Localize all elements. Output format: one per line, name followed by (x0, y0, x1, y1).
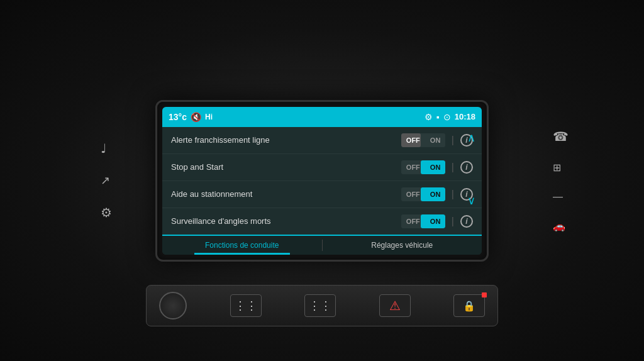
seat-heat-rear-button[interactable]: ⋮⋮ (304, 294, 336, 317)
toggle-4[interactable]: OFF ON (401, 214, 445, 228)
divider-2: | (452, 162, 454, 173)
left-panel: ♩ ↗ ⚙ (101, 141, 112, 220)
bottom-tabs: Fonctions de conduite Réglages véhicule (162, 235, 482, 255)
seat-heat-front-button[interactable]: ⋮⋮ (230, 294, 262, 317)
hazard-button[interactable]: ⚠ (379, 294, 411, 317)
screen: 13°c 🔇 Hi ⚙ ▪ ⊙ 10:18 ∧ ∨ (162, 107, 482, 255)
tab-reglages-vehicule[interactable]: Réglages véhicule (323, 236, 482, 255)
scroll-down-button[interactable]: ∨ (467, 195, 475, 206)
hazard-icon: ⚠ (389, 298, 401, 313)
row-label-3: Aide au stationnement (171, 189, 401, 199)
grid-icon[interactable]: ⊞ (553, 162, 569, 174)
phone-icon[interactable]: ☎ (553, 129, 569, 144)
bottom-physical-panel: ⋮⋮ ⋮⋮ ⚠ 🔒 (146, 285, 498, 326)
table-row: Surveillance d'angles morts OFF ON | i (162, 208, 482, 235)
lock-indicator (482, 292, 487, 297)
toggle-group-2: OFF ON | i (401, 160, 473, 174)
clock-icon: ⊙ (443, 112, 451, 122)
seat-heat-rear-icon: ⋮⋮ (309, 299, 331, 313)
toggle-off-label-3[interactable]: OFF (401, 189, 425, 200)
divider-3: | (452, 189, 454, 200)
right-panel: ☎ ⊞ — 🚗 (553, 129, 569, 232)
settings-icon[interactable]: ⚙ (101, 205, 112, 220)
dial-knob[interactable] (159, 292, 187, 319)
navigation-icon[interactable]: ↗ (101, 174, 112, 187)
toggle-on-label-1[interactable]: ON (425, 135, 445, 146)
seat-heat-front-icon: ⋮⋮ (235, 299, 257, 313)
toggle-1[interactable]: OFF ON (401, 133, 445, 147)
lock-button[interactable]: 🔒 (453, 294, 485, 317)
tab-label-1: Fonctions de conduite (205, 241, 279, 250)
table-row: Aide au stationnement OFF ON | i (162, 181, 482, 208)
gear-icon[interactable]: ⚙ (425, 112, 433, 122)
toggle-on-label-2[interactable]: ON (425, 162, 445, 173)
settings-area: ∧ ∨ Alerte franchissement ligne OFF ON |… (162, 127, 482, 235)
minus-icon[interactable]: — (553, 191, 569, 203)
toggle-group-1: OFF ON | i (401, 133, 473, 147)
tab-label-2: Réglages véhicule (371, 241, 433, 250)
table-row: Stop and Start OFF ON | i (162, 154, 482, 181)
lock-icon: 🔒 (463, 300, 475, 312)
status-right: ⚙ ▪ ⊙ 10:18 (425, 112, 475, 122)
toggle-off-label-1[interactable]: OFF (401, 135, 425, 146)
row-label-4: Surveillance d'angles morts (171, 216, 401, 226)
row-label-1: Alerte franchissement ligne (171, 135, 401, 145)
info-button-4[interactable]: i (460, 215, 473, 228)
mute-icon: 🔇 (191, 112, 201, 122)
toggle-on-label-3[interactable]: ON (425, 189, 445, 200)
divider-4: | (452, 216, 454, 227)
status-bar: 13°c 🔇 Hi ⚙ ▪ ⊙ 10:18 (162, 107, 482, 127)
row-label-2: Stop and Start (171, 162, 401, 172)
car-icon[interactable]: 🚗 (553, 220, 569, 232)
music-icon[interactable]: ♩ (101, 141, 112, 156)
screen-bezel: 13°c 🔇 Hi ⚙ ▪ ⊙ 10:18 ∧ ∨ (155, 100, 489, 262)
toggle-off-label-2[interactable]: OFF (401, 162, 425, 173)
toggle-3[interactable]: OFF ON (401, 187, 445, 201)
time-display: 10:18 (455, 112, 475, 121)
divider-1: | (452, 135, 454, 146)
temperature-display: 13°c (169, 112, 187, 122)
battery-icon: ▪ (436, 112, 440, 122)
hi-label: Hi (205, 113, 213, 121)
toggle-group-3: OFF ON | i (401, 187, 473, 201)
toggle-on-label-4[interactable]: ON (425, 216, 445, 227)
toggle-2[interactable]: OFF ON (401, 160, 445, 174)
table-row: Alerte franchissement ligne OFF ON | i (162, 127, 482, 154)
car-interior: ♩ ↗ ⚙ 13°c 🔇 Hi ⚙ ▪ ⊙ 10:18 (0, 0, 644, 361)
toggle-group-4: OFF ON | i (401, 214, 473, 228)
status-left: 13°c 🔇 Hi (169, 112, 213, 122)
scroll-up-button[interactable]: ∧ (467, 132, 475, 143)
toggle-off-label-4[interactable]: OFF (401, 216, 425, 227)
tab-fonctions-conduite[interactable]: Fonctions de conduite (162, 236, 322, 255)
